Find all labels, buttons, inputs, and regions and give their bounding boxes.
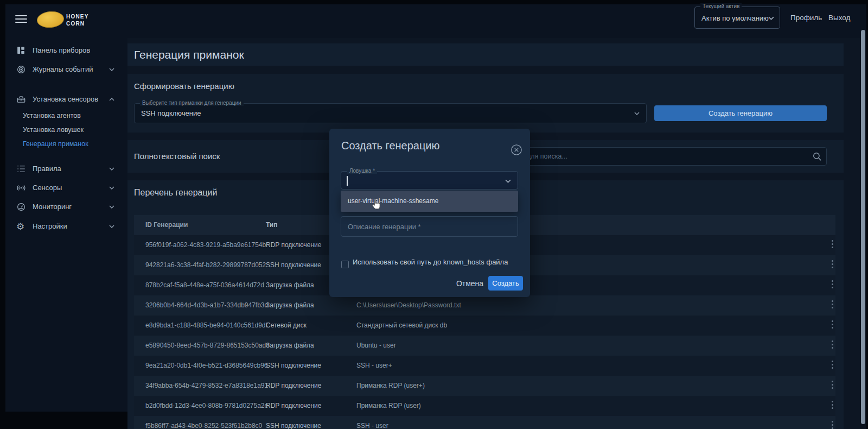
- rules-list-icon: [16, 164, 26, 174]
- trap-dropdown-list: user-virtual-machine-sshesame: [341, 191, 518, 212]
- generation-description: SSH - user+: [356, 356, 392, 376]
- toolbox-icon: [16, 94, 26, 104]
- sidebar-item-settings[interactable]: ⚙ Настройки: [5, 217, 127, 236]
- sidebar-item-dashboard[interactable]: Панель приборов: [5, 41, 127, 60]
- generation-id: 34f9abba-654b-4279-8532-e7a8318e1a91: [145, 376, 268, 396]
- page-scrollbar: [860, 4, 866, 429]
- sidebar-item-label: Журналы событий: [33, 60, 93, 79]
- profile-link[interactable]: Профиль: [790, 4, 822, 31]
- sidebar: Панель приборов Журналы событий Установк…: [5, 38, 127, 412]
- decoy-type-select-value: SSH подключение: [141, 104, 201, 123]
- dashboard-icon: [16, 46, 26, 55]
- chevron-up-icon: [109, 98, 114, 101]
- event-logs-icon: [16, 65, 26, 74]
- current-asset-select[interactable]: Текущий актив Актив по умолчанию: [694, 7, 780, 29]
- scrollbar-thumb[interactable]: [861, 30, 865, 424]
- column-header-type: Тип: [266, 215, 278, 235]
- generation-id: b2d0fbdd-12d3-4ee0-808b-9781d0275a2e: [145, 396, 268, 416]
- generation-id: 878b2caf-f5a8-448e-a75f-036a4614d72d: [145, 275, 264, 295]
- generation-type: Загрузка файла: [266, 295, 314, 316]
- sidebar-item-sensors[interactable]: Сенсоры: [5, 179, 127, 197]
- brand-line1: HONEY: [66, 13, 89, 20]
- sidebar-item-label: Мониторинг: [33, 198, 72, 216]
- modal-create-button[interactable]: Создать: [488, 276, 523, 291]
- chevron-down-icon: [109, 225, 114, 228]
- table-row: 9ea21a20-0db1-4f0e-b521-d3685649cb96 SSH…: [134, 356, 835, 376]
- table-row: 3206b0b4-664d-4d3b-a1b7-334db947fb3d Заг…: [134, 295, 835, 316]
- generation-type: Загрузка файла: [266, 275, 314, 295]
- row-menu-icon[interactable]: [829, 240, 835, 251]
- logout-link[interactable]: Выход: [828, 4, 850, 31]
- close-icon[interactable]: [510, 144, 522, 156]
- brand-name: HONEY CORN: [66, 13, 89, 27]
- chevron-down-icon: [634, 112, 640, 115]
- row-menu-icon[interactable]: [829, 260, 835, 271]
- generation-id: 956f019f-a062-4c83-9219-a5ba9e61754b: [145, 235, 266, 255]
- sidebar-item-rules[interactable]: Правила: [5, 160, 127, 178]
- gauge-icon: [16, 202, 26, 212]
- search-section-title: Полнотекстовый поиск: [134, 140, 220, 173]
- generation-description: Приманка RDP (user+): [356, 376, 425, 396]
- row-menu-icon[interactable]: [829, 320, 835, 331]
- sidebar-item-event-logs[interactable]: Журналы событий: [5, 60, 127, 79]
- chevron-down-icon: [505, 179, 511, 183]
- create-generation-modal: Создать генерацию Ловушка * user-virtual…: [329, 129, 530, 297]
- generation-id: f5b86ff7-ad43-4be0-8252-523f61b2b8c0: [145, 416, 262, 429]
- search-input[interactable]: [520, 147, 827, 166]
- known-hosts-checkbox[interactable]: [341, 261, 349, 268]
- mouse-hand-cursor: [370, 197, 383, 212]
- generation-description: C:\Users\user\Desktop\Password.txt: [356, 295, 461, 316]
- row-menu-icon[interactable]: [829, 340, 835, 351]
- generation-id: e5890450-8eed-457b-8729-865153c50ad6: [145, 336, 270, 356]
- sidebar-item-monitoring[interactable]: Мониторинг: [5, 198, 127, 216]
- page-title: Генерация приманок: [134, 43, 244, 66]
- chevron-down-icon: [109, 68, 114, 71]
- sidebar-subitem-trap-install[interactable]: Установка ловушек: [5, 123, 127, 137]
- hamburger-menu-icon[interactable]: [15, 15, 27, 24]
- row-menu-icon[interactable]: [829, 381, 835, 392]
- table-row: b2d0fbdd-12d3-4ee0-808b-9781d0275a2e RDP…: [134, 396, 835, 416]
- generation-description: SSH - user: [356, 416, 388, 429]
- row-menu-icon[interactable]: [829, 421, 835, 429]
- sidebar-subitem-agent-install[interactable]: Установка агентов: [5, 109, 127, 123]
- row-menu-icon[interactable]: [829, 361, 835, 371]
- generation-id: e8d9bda1-c188-4885-be94-0140c561d9df: [145, 316, 267, 336]
- chevron-down-icon: [109, 167, 114, 171]
- row-menu-icon[interactable]: [829, 280, 835, 291]
- row-menu-icon[interactable]: [829, 300, 835, 311]
- chevron-down-icon: [109, 186, 114, 190]
- decoy-type-select[interactable]: Выберите тип приманки для генерации SSH …: [134, 103, 647, 123]
- chevron-down-icon: [768, 16, 774, 20]
- generation-id: 942821a6-3c38-4faf-b282-29899787d052: [145, 255, 266, 275]
- generation-type: SSH подключение: [266, 356, 321, 376]
- trap-combobox[interactable]: Ловушка *: [341, 171, 518, 190]
- cancel-button[interactable]: Отмена: [453, 276, 487, 291]
- row-menu-icon[interactable]: [829, 401, 835, 412]
- sidebar-subitem-decoy-generation[interactable]: Генерация приманок: [5, 137, 127, 151]
- create-generation-button[interactable]: Создать генерацию: [654, 105, 827, 121]
- sidebar-item-sensor-install[interactable]: Установка сенсоров: [5, 90, 127, 109]
- sidebar-item-label: Панель приборов: [33, 41, 90, 60]
- generation-type: RDP подключение: [266, 235, 321, 255]
- sidebar-item-label: Настройки: [33, 217, 67, 236]
- page-title-band: Генерация приманок: [127, 43, 844, 66]
- generation-form-card: Сформировать генерацию Выберите тип прим…: [127, 74, 844, 133]
- form-section-title: Сформировать генерацию: [134, 81, 234, 91]
- generation-description-input[interactable]: [341, 216, 518, 237]
- trap-dropdown-option[interactable]: user-virtual-machine-sshesame: [348, 191, 438, 212]
- generation-type: Загрузка файла: [266, 336, 314, 356]
- table-section-title: Перечень генераций: [134, 188, 217, 198]
- generation-type: RDP подключение: [266, 396, 321, 416]
- column-header-id: ID Генерации: [145, 215, 188, 235]
- broadcast-icon: [16, 183, 26, 193]
- generation-description: Приманка RDP (user): [356, 396, 421, 416]
- modal-title: Создать генерацию: [341, 140, 440, 152]
- generation-type: Сетевой диск: [266, 316, 307, 336]
- text-cursor: [347, 176, 348, 186]
- generation-description: Стандартный сетевой диск db: [356, 316, 447, 336]
- table-row: e8d9bda1-c188-4885-be94-0140c561d9df Сет…: [134, 316, 835, 336]
- gear-icon: ⚙: [16, 222, 26, 231]
- generation-id: 3206b0b4-664d-4d3b-a1b7-334db947fb3d: [145, 295, 268, 316]
- generation-description: Ubuntu - user: [356, 336, 396, 356]
- known-hosts-checkbox-label: Использовать свой путь до known_hosts фа…: [353, 258, 508, 266]
